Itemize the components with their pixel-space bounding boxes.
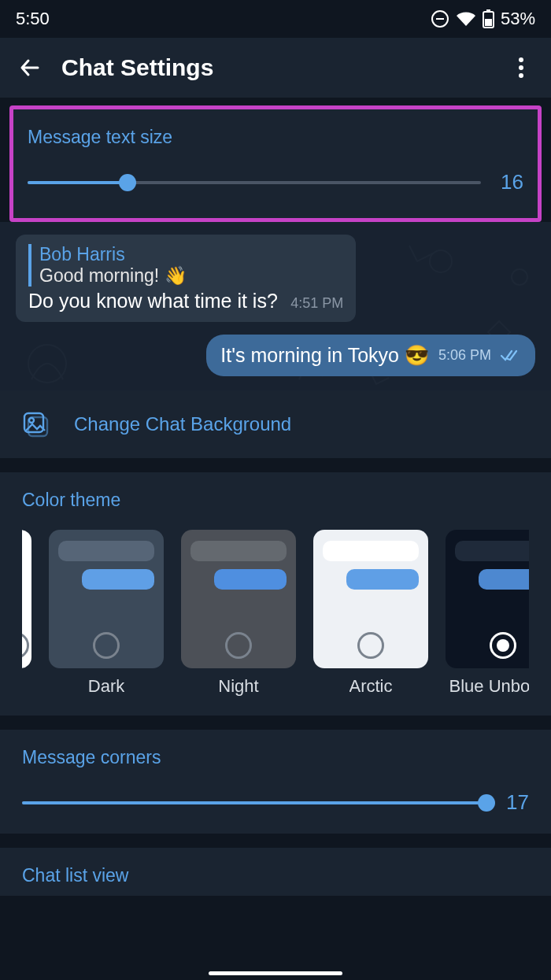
theme-bubble-out [82, 569, 154, 590]
theme-bubble-in [323, 541, 419, 561]
theme-option[interactable]: Dark [49, 530, 164, 697]
theme-option[interactable]: Night [181, 530, 296, 697]
slider-thumb[interactable] [478, 794, 495, 812]
reply-sender-name: Bob Harris [39, 244, 343, 265]
outgoing-message-text: It's morning in Tokyo 😎 [220, 344, 429, 367]
back-button[interactable] [9, 47, 50, 88]
arrow-left-icon [17, 55, 43, 80]
text-size-title: Message text size [28, 127, 523, 148]
outgoing-message-bubble: It's morning in Tokyo 😎 5:06 PM [206, 335, 535, 376]
theme-label: Blue Unbou… [449, 676, 530, 697]
battery-percent: 53% [501, 9, 535, 29]
svg-rect-4 [485, 19, 492, 26]
svg-point-5 [519, 57, 523, 62]
read-checks-icon [501, 349, 521, 362]
slider-fill [22, 801, 486, 804]
wallpaper-icon [22, 411, 49, 438]
theme-label: Arctic [349, 676, 393, 697]
theme-scroller[interactable]: DarkNightArctic⋮Blue Unbou… [22, 530, 529, 697]
chat-preview: Bob Harris Good morning! 👋 Do you know w… [0, 222, 551, 390]
reply-block: Bob Harris Good morning! 👋 [28, 244, 343, 287]
theme-radio[interactable] [225, 632, 252, 659]
theme-label: Dark [88, 676, 124, 697]
status-bar: 5:50 53% [0, 0, 551, 38]
svg-rect-3 [486, 9, 490, 12]
dnd-icon [431, 9, 449, 28]
theme-option[interactable]: Arctic [313, 530, 428, 697]
theme-radio[interactable] [93, 632, 120, 659]
theme-card[interactable] [181, 530, 296, 668]
chat-list-view-title: Chat list view [22, 865, 529, 886]
text-size-value: 16 [495, 170, 523, 194]
theme-label: Night [218, 676, 258, 697]
chat-list-view-section: Chat list view [0, 848, 551, 896]
theme-option[interactable] [22, 530, 31, 697]
color-theme-title: Color theme [22, 490, 529, 511]
incoming-message-text: Do you know what time it is? [28, 290, 278, 312]
message-corners-section: Message corners 17 [0, 730, 551, 834]
home-indicator[interactable] [209, 971, 342, 975]
theme-bubble-in [58, 541, 154, 561]
theme-bubble-out [479, 569, 529, 590]
status-right: 53% [431, 9, 535, 29]
corners-slider[interactable] [22, 801, 486, 804]
text-size-slider[interactable] [28, 181, 481, 184]
change-background-row[interactable]: Change Chat Background [0, 390, 551, 458]
message-corners-title: Message corners [22, 747, 529, 768]
slider-thumb[interactable] [119, 174, 136, 191]
color-theme-section: Color theme DarkNightArctic⋮Blue Unbou… [0, 472, 551, 716]
app-bar: Chat Settings [0, 38, 551, 98]
battery-icon [483, 9, 494, 28]
slider-fill [28, 181, 128, 184]
text-size-section: Message text size 16 [9, 105, 542, 222]
theme-card[interactable] [49, 530, 164, 668]
svg-point-7 [519, 73, 523, 78]
theme-radio[interactable] [357, 632, 384, 659]
reply-text: Good morning! 👋 [39, 265, 343, 287]
change-background-label: Change Chat Background [74, 413, 291, 435]
theme-option[interactable]: ⋮Blue Unbou… [446, 530, 529, 697]
theme-card[interactable] [22, 530, 31, 668]
theme-bubble-in [455, 541, 529, 561]
overflow-menu-button[interactable] [501, 47, 542, 88]
more-vert-icon [518, 57, 524, 79]
incoming-message-bubble: Bob Harris Good morning! 👋 Do you know w… [16, 235, 356, 322]
corners-value: 17 [501, 790, 529, 815]
page-title: Chat Settings [61, 54, 501, 81]
theme-bubble-out [214, 569, 287, 590]
svg-point-6 [519, 65, 523, 70]
theme-bubble-in [190, 541, 287, 561]
theme-radio[interactable] [22, 632, 29, 659]
incoming-message-time: 4:51 PM [290, 295, 343, 311]
outgoing-message-time: 5:06 PM [438, 347, 491, 364]
theme-radio[interactable] [490, 632, 516, 659]
theme-card[interactable]: ⋮ [446, 530, 529, 668]
status-time: 5:50 [16, 9, 50, 29]
wifi-icon [456, 11, 476, 27]
theme-card[interactable] [313, 530, 428, 668]
theme-bubble-out [346, 569, 419, 590]
